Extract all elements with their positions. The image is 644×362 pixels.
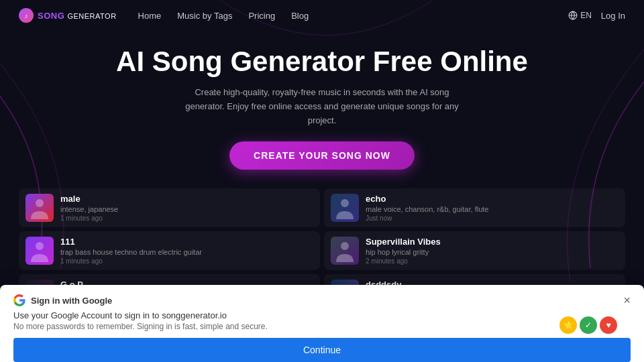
google-icon	[13, 294, 25, 306]
song-thumbnail	[331, 194, 359, 222]
song-thumbnail	[25, 237, 54, 265]
logo[interactable]: ♪ SONG GENERATOR	[19, 8, 117, 23]
svg-point-3	[36, 242, 44, 250]
modal-icon-green: ✓	[580, 316, 597, 334]
lang-label: EN	[580, 11, 592, 20]
cta-button[interactable]: CREATE YOUR SONG NOW	[229, 141, 415, 170]
song-info: 111trap bass house techno drum electric …	[60, 237, 313, 265]
logo-icon: ♪	[19, 8, 34, 23]
song-tags: intense, japanese	[60, 205, 313, 213]
song-title: echo	[366, 194, 619, 204]
song-thumbnail	[25, 194, 54, 222]
login-button[interactable]: Log In	[601, 11, 625, 21]
svg-point-1	[36, 199, 44, 207]
song-tags: male voice, chanson, r&b, guitar, flute	[366, 205, 619, 213]
google-signin-label: Sign in with Google	[31, 296, 112, 306]
continue-button[interactable]: Continue	[13, 338, 631, 362]
logo-text: SONG GENERATOR	[38, 11, 117, 21]
navbar: ♪ SONG GENERATOR Home Music by Tags Pric…	[0, 0, 644, 31]
song-info: maleintense, japanese1 minutes ago	[60, 194, 313, 222]
nav-music-tags[interactable]: Music by Tags	[177, 11, 232, 21]
song-info: echomale voice, chanson, r&b, guitar, fl…	[366, 194, 619, 222]
nav-blog[interactable]: Blog	[291, 11, 309, 21]
globe-icon	[568, 11, 578, 20]
hero-title: AI Song Generator Free Online	[13, 46, 631, 78]
song-tags: hip hop lyrical gritty	[366, 248, 619, 256]
song-title: 111	[60, 237, 313, 247]
song-info: Supervillain Vibeship hop lyrical gritty…	[366, 237, 619, 265]
modal-subtitle: No more passwords to remember. Signing i…	[13, 322, 631, 331]
modal-close-button[interactable]: ×	[623, 294, 631, 306]
song-time: Just now	[366, 215, 619, 222]
nav-home[interactable]: Home	[138, 11, 162, 21]
song-title: Supervillain Vibes	[366, 237, 619, 247]
svg-point-2	[341, 199, 349, 207]
hero-section: AI Song Generator Free Online Create hig…	[0, 31, 644, 182]
google-signin-row: Sign in with Google	[13, 294, 112, 306]
song-time: 1 minutes ago	[60, 257, 313, 265]
song-time: 1 minutes ago	[60, 215, 313, 222]
song-title: male	[60, 194, 313, 204]
google-signin-modal: Sign in with Google × Use your Google Ac…	[0, 285, 644, 362]
nav-right: EN Log In	[568, 11, 625, 21]
language-selector[interactable]: EN	[568, 11, 592, 20]
modal-header: Sign in with Google ×	[13, 294, 631, 306]
song-tags: trap bass house techno drum electric gui…	[60, 248, 313, 256]
svg-point-4	[341, 242, 349, 250]
list-item[interactable]: Supervillain Vibeship hop lyrical gritty…	[324, 231, 625, 270]
modal-icon-red: ♥	[600, 316, 617, 334]
nav-links: Home Music by Tags Pricing Blog	[138, 9, 569, 21]
nav-pricing[interactable]: Pricing	[248, 11, 275, 21]
modal-decoration-icons: ⭐ ✓ ♥	[559, 316, 617, 334]
modal-title: Use your Google Account to sign in to so…	[13, 310, 631, 320]
modal-icon-yellow: ⭐	[559, 316, 577, 334]
list-item[interactable]: echomale voice, chanson, r&b, guitar, fl…	[324, 188, 625, 227]
song-thumbnail	[331, 237, 359, 265]
song-time: 2 minutes ago	[366, 257, 619, 265]
list-item[interactable]: 111trap bass house techno drum electric …	[19, 231, 320, 270]
list-item[interactable]: maleintense, japanese1 minutes ago	[19, 188, 320, 227]
hero-subtitle: Create high-quality, royalty-free music …	[174, 86, 470, 127]
